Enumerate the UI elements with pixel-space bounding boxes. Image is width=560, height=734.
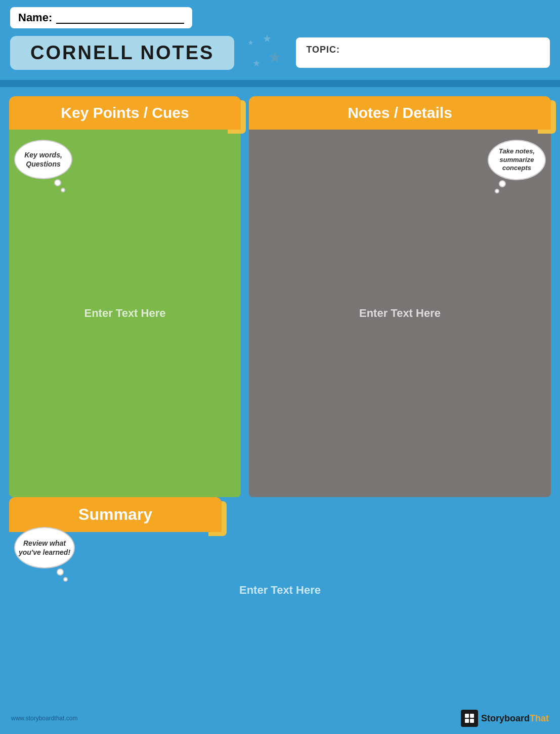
footer: www.storyboardthat.com StoryboardThat — [0, 710, 560, 727]
name-label: Name: — [18, 11, 52, 24]
notes-bubble: Take notes, summarize concepts — [488, 140, 546, 180]
svg-rect-1 — [470, 714, 474, 718]
notes-title: Notes / Details — [259, 104, 541, 121]
star-icon-1: ★ — [263, 32, 272, 45]
key-points-bubble: Key words, Questions — [14, 140, 72, 179]
right-panel: Notes / Details Take notes, summarize co… — [249, 96, 551, 497]
header-divider — [0, 80, 560, 87]
notes-bubble-text: Take notes, summarize concepts — [492, 147, 542, 173]
key-points-title: Key Points / Cues — [19, 104, 231, 121]
summary-section: Summary Review what you've learned! Ente… — [9, 497, 551, 648]
left-panel: Key Points / Cues Key words, Questions E… — [9, 96, 241, 497]
notes-content[interactable]: Take notes, summarize concepts Enter Tex… — [249, 130, 551, 497]
page-title: CORNELL NOTES — [30, 42, 214, 64]
notes-header: Notes / Details — [249, 96, 551, 130]
star-icon-3: ★ — [268, 48, 282, 67]
logo-text: StoryboardThat — [481, 713, 549, 724]
summary-bubble: Review what you've learned! — [14, 527, 75, 568]
key-points-bubble-text: Key words, Questions — [15, 150, 71, 169]
logo-text-storyboard: Storyboard — [481, 713, 530, 723]
topic-label: TOPIC: — [306, 45, 340, 55]
summary-placeholder: Enter Text Here — [239, 584, 321, 597]
svg-rect-3 — [470, 719, 474, 723]
logo-text-that: That — [530, 713, 549, 723]
summary-content[interactable]: Review what you've learned! Enter Text H… — [9, 532, 551, 648]
key-points-content[interactable]: Key words, Questions Enter Text Here — [9, 130, 241, 497]
summary-bubble-text: Review what you've learned! — [18, 539, 71, 557]
star-icon-4: ★ — [252, 58, 261, 69]
star-icon-2: ★ — [247, 38, 254, 47]
key-points-placeholder: Enter Text Here — [84, 307, 166, 320]
svg-rect-0 — [465, 714, 469, 718]
stars-decoration: ★ ★ ★ ★ — [242, 32, 288, 73]
summary-title: Summary — [39, 505, 191, 524]
footer-url: www.storyboardthat.com — [11, 715, 77, 722]
name-field-container: Name: — [10, 7, 192, 28]
name-underline[interactable] — [56, 12, 184, 24]
logo-icon — [461, 710, 478, 727]
key-points-header: Key Points / Cues — [9, 96, 241, 130]
notes-placeholder: Enter Text Here — [359, 307, 441, 320]
title-box: CORNELL NOTES — [10, 36, 234, 70]
svg-rect-2 — [465, 719, 469, 723]
footer-logo: StoryboardThat — [461, 710, 549, 727]
topic-box[interactable]: TOPIC: — [296, 37, 550, 68]
logo-svg-icon — [464, 713, 475, 724]
